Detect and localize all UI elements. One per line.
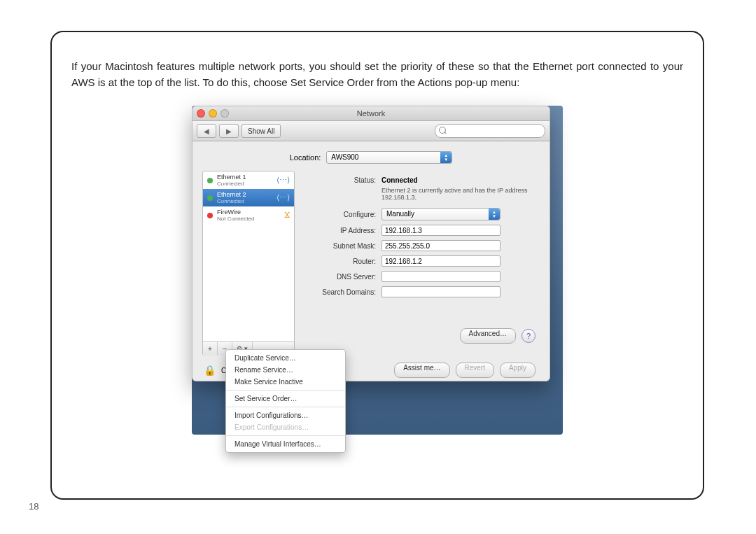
status-note: Ethernet 2 is currently active and has t… [382,187,528,201]
back-button[interactable]: ◀ [197,124,216,138]
sidebar-item-ethernet2[interactable]: Ethernet 2 Connected ⟨⋯⟩ [203,189,294,206]
help-button[interactable]: ? [522,329,536,343]
search-domains-input[interactable] [382,286,500,297]
assist-me-button[interactable]: Assist me… [394,363,449,378]
revert-button[interactable]: Revert [456,363,494,378]
ip-address-input[interactable] [382,225,500,236]
traffic-lights [197,109,229,118]
service-sidebar: Ethernet 1 Connected ⟨⋯⟩ Ethernet 2 Conn… [202,171,295,356]
menu-import-config[interactable]: Import Configurations… [226,409,345,421]
forward-button[interactable]: ▶ [219,124,239,138]
menu-export-config: Export Configurations… [226,421,345,433]
menu-manage-virtual[interactable]: Manage Virtual Interfaces… [226,438,345,450]
menu-set-service-order[interactable]: Set Service Order… [226,393,345,405]
location-label: Location: [290,153,321,162]
configure-select[interactable]: Manually ▲▼ [382,208,500,220]
sidebar-item-ethernet1[interactable]: Ethernet 1 Connected ⟨⋯⟩ [203,171,294,189]
apply-button[interactable]: Apply [500,363,536,378]
menu-duplicate-service[interactable]: Duplicate Service… [226,352,345,364]
search-input[interactable] [435,124,545,138]
ip-label: IP Address: [306,227,376,234]
advanced-button[interactable]: Advanced… [460,328,516,344]
dns-server-input[interactable] [382,271,500,282]
menu-make-inactive[interactable]: Make Service Inactive [226,376,345,388]
location-select[interactable]: AWS900 ▲▼ [326,151,452,164]
page-frame: If your Macintosh features multiple netw… [50,31,704,500]
network-window: Network ◀ ▶ Show All Location: AWS900 ▲▼ [192,106,550,381]
firewire-icon: Ϫ [284,211,290,220]
minimize-icon[interactable] [209,109,217,118]
zoom-icon[interactable] [220,109,229,118]
router-input[interactable] [382,255,500,267]
status-label: Status: [306,176,376,184]
show-all-button[interactable]: Show All [241,124,281,138]
router-label: Router: [306,258,376,265]
actions-popup-menu: Duplicate Service… Rename Service… Make … [225,349,346,453]
window-title: Network [357,109,385,118]
chevron-updown-icon: ▲▼ [489,209,500,220]
subnet-mask-input[interactable] [382,240,500,251]
detail-pane: Status: Connected Ethernet 2 is currentl… [295,171,550,356]
dns-label: DNS Server: [306,273,376,281]
location-row: Location: AWS900 ▲▼ [192,141,550,171]
menu-rename-service[interactable]: Rename Service… [226,364,345,376]
ethernet-icon: ⟨⋯⟩ [276,176,290,185]
screenshot: Network ◀ ▶ Show All Location: AWS900 ▲▼ [192,106,563,435]
add-service-button[interactable]: + [203,342,218,355]
close-icon[interactable] [197,109,205,118]
status-dot-icon [207,178,213,183]
page-number: 18 [29,501,38,512]
ethernet-icon: ⟨⋯⟩ [276,193,290,202]
lock-icon[interactable]: 🔒 [204,365,216,376]
status-dot-icon [207,195,213,201]
chevron-updown-icon: ▲▼ [440,152,451,163]
instruction-text: If your Macintosh features multiple netw… [71,59,683,90]
sidebar-item-firewire[interactable]: FireWire Not Connected Ϫ [203,206,294,224]
toolbar: ◀ ▶ Show All [192,121,550,141]
configure-label: Configure: [306,211,376,218]
status-value: Connected [382,176,418,184]
window-titlebar: Network [192,106,550,121]
search-domains-label: Search Domains: [306,288,376,296]
subnet-label: Subnet Mask: [306,242,376,250]
status-dot-icon [207,213,213,218]
